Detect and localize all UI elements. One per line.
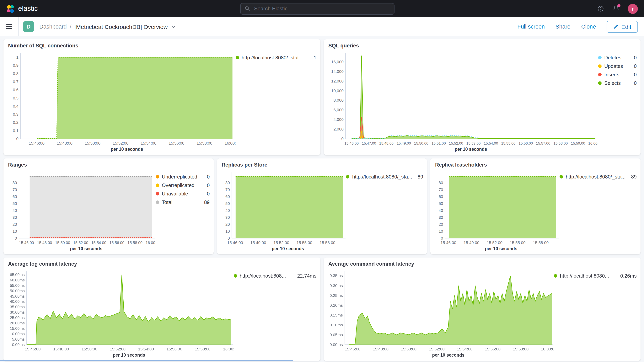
svg-text:15:56:00: 15:56:00 <box>484 347 500 352</box>
legend-item[interactable]: Underreplicated0 <box>156 174 210 180</box>
horizontal-scrollbar-thumb[interactable] <box>0 360 293 361</box>
legend-value: 0 <box>630 80 637 86</box>
panel-title: Number of SQL connections <box>4 39 320 49</box>
svg-text:16,000: 16,000 <box>331 60 344 64</box>
menu-button[interactable] <box>0 17 18 36</box>
svg-text:10: 10 <box>439 229 443 233</box>
svg-text:15:59:00: 15:59:00 <box>571 141 585 145</box>
svg-text:0.00ms: 0.00ms <box>329 342 343 347</box>
full-screen-button[interactable]: Full screen <box>517 24 545 30</box>
breadcrumb-dashboard-link[interactable]: Dashboard <box>39 24 67 30</box>
panel-chart[interactable]: 0.35ms0.30ms0.25ms0.20ms0.15ms0.10ms0.05… <box>325 268 554 359</box>
share-button[interactable]: Share <box>556 24 570 30</box>
svg-text:15:52:00: 15:52:00 <box>112 141 128 145</box>
panel-chart[interactable]: 8070605040302010015:46:0015:48:0015:50:0… <box>5 168 156 252</box>
legend-item[interactable]: http://localhost:808...22.74ms <box>234 273 316 279</box>
svg-text:per 10 seconds: per 10 seconds <box>70 246 102 251</box>
svg-text:15:56:00: 15:56:00 <box>169 141 184 145</box>
dashboard-toolbar: D Dashboard / [Metricbeat CockroachDB] O… <box>0 17 644 36</box>
svg-text:15:52:00: 15:52:00 <box>449 141 463 145</box>
svg-text:per 10 seconds: per 10 seconds <box>111 147 143 152</box>
elastic-home-link[interactable]: elastic <box>6 4 38 13</box>
svg-text:12,000: 12,000 <box>331 79 344 83</box>
edit-button[interactable]: Edit <box>606 21 638 32</box>
svg-text:60: 60 <box>12 194 17 198</box>
svg-text:10: 10 <box>225 229 230 233</box>
svg-text:70: 70 <box>12 187 17 192</box>
panel-legend: Underreplicated0Overreplicated0Unavailab… <box>156 168 210 252</box>
legend-label: http://localhost:8080... <box>560 273 609 279</box>
panel-avg-log-commit-latency[interactable]: Average log commit latency 65.00ms60.00m… <box>4 258 320 361</box>
panel-sql-queries[interactable]: SQL queries 16,00014,00012,00010,0008,00… <box>324 39 640 155</box>
svg-text:0.5: 0.5 <box>13 96 18 100</box>
legend-item[interactable]: Deletes0 <box>598 55 637 60</box>
clone-button[interactable]: Clone <box>581 24 596 30</box>
svg-text:15:54:00: 15:54:00 <box>484 141 498 145</box>
legend-label: Updates <box>604 63 623 69</box>
svg-text:15:49:00: 15:49:00 <box>464 240 480 244</box>
legend-item[interactable]: http://localhost:8080/_sta...89 <box>560 174 637 180</box>
panel-avg-command-commit-latency[interactable]: Average command commit latency 0.35ms0.3… <box>324 258 640 361</box>
svg-text:50.00ms: 50.00ms <box>10 289 25 293</box>
legend-item[interactable]: Overreplicated0 <box>156 182 210 188</box>
hamburger-icon <box>6 24 12 25</box>
legend-item[interactable]: http://localhost:8080/_stat...1 <box>236 55 316 60</box>
help-icon[interactable]: ? <box>597 5 604 12</box>
svg-text:15:52:00: 15:52:00 <box>429 347 444 352</box>
legend-dot-icon <box>234 274 237 278</box>
svg-text:15:58:00: 15:58:00 <box>128 240 142 244</box>
svg-text:15:56:00: 15:56:00 <box>109 240 124 244</box>
panel-chart[interactable]: 8070605040302010015:46:0015:49:0015:52:0… <box>218 168 346 252</box>
legend-item[interactable]: Updates0 <box>598 63 637 69</box>
svg-text:40: 40 <box>439 208 443 212</box>
brand-name: elastic <box>18 5 38 13</box>
svg-text:0.05ms: 0.05ms <box>329 333 343 337</box>
svg-text:?: ? <box>600 7 602 10</box>
svg-text:15:54:00: 15:54:00 <box>91 240 106 244</box>
svg-text:15:52:00: 15:52:00 <box>110 347 126 352</box>
svg-text:0: 0 <box>228 236 230 240</box>
svg-text:15:52:00: 15:52:00 <box>273 240 289 244</box>
svg-text:16:00:00: 16:00:00 <box>225 141 236 145</box>
legend-item[interactable]: Total89 <box>156 199 210 205</box>
panel-replicas-per-store[interactable]: Replicas per Store 8070605040302010015:4… <box>217 158 427 254</box>
legend-label: http://localhost:808... <box>240 273 286 279</box>
legend-item[interactable]: http://localhost:8080...0.26ms <box>554 273 637 279</box>
chevron-down-icon[interactable] <box>171 24 176 29</box>
svg-text:15:55:00: 15:55:00 <box>510 240 526 244</box>
global-search[interactable] <box>240 3 394 14</box>
legend-label: Unavailable <box>162 191 188 196</box>
user-avatar[interactable]: r <box>628 4 638 14</box>
legend-dot-icon <box>346 175 350 178</box>
legend-value: 0 <box>630 55 637 60</box>
panel-replica-leaseholders[interactable]: Replica leaseholders 8070605040302010015… <box>430 158 640 254</box>
panel-chart[interactable]: 10.90.80.70.60.50.40.30.20.1015:46:0015:… <box>5 49 236 153</box>
svg-text:10.00ms: 10.00ms <box>10 332 25 336</box>
svg-text:15:56:00: 15:56:00 <box>166 347 182 352</box>
legend-item[interactable]: Inserts0 <box>598 72 637 78</box>
svg-text:0.25ms: 0.25ms <box>329 293 343 298</box>
svg-text:15:48:00: 15:48:00 <box>379 141 393 145</box>
panel-ranges[interactable]: Ranges 8070605040302010015:46:0015:48:00… <box>4 158 214 254</box>
legend-label: Underreplicated <box>162 174 197 180</box>
legend-label: Deletes <box>604 55 621 60</box>
svg-text:0.10ms: 0.10ms <box>329 323 343 327</box>
panel-chart[interactable]: 16,00014,00012,00010,0008,0006,0004,0002… <box>325 49 598 153</box>
legend-dot-icon <box>156 175 159 178</box>
svg-text:15.00ms: 15.00ms <box>10 326 25 331</box>
legend-item[interactable]: Unavailable0 <box>156 191 210 196</box>
panel-chart[interactable]: 65.00ms60.00ms55.00ms50.00ms45.00ms40.00… <box>5 268 234 359</box>
alerts-bell-icon[interactable] <box>612 5 619 12</box>
legend-item[interactable]: Selects0 <box>598 80 637 86</box>
panel-sql-connections[interactable]: Number of SQL connections 10.90.80.70.60… <box>4 39 320 155</box>
search-input[interactable] <box>253 6 390 12</box>
legend-item[interactable]: http://localhost:8080/_sta...89 <box>346 174 423 180</box>
space-badge[interactable]: D <box>23 21 34 32</box>
legend-value: 0 <box>630 63 637 69</box>
search-icon <box>244 6 250 12</box>
legend-value: 0 <box>630 72 637 78</box>
panel-chart[interactable]: 8070605040302010015:46:0015:49:0015:52:0… <box>432 168 560 252</box>
svg-text:15:58:00: 15:58:00 <box>195 347 210 352</box>
panel-legend: http://localhost:8080/_sta...89 <box>346 168 423 252</box>
svg-text:10: 10 <box>12 229 17 233</box>
